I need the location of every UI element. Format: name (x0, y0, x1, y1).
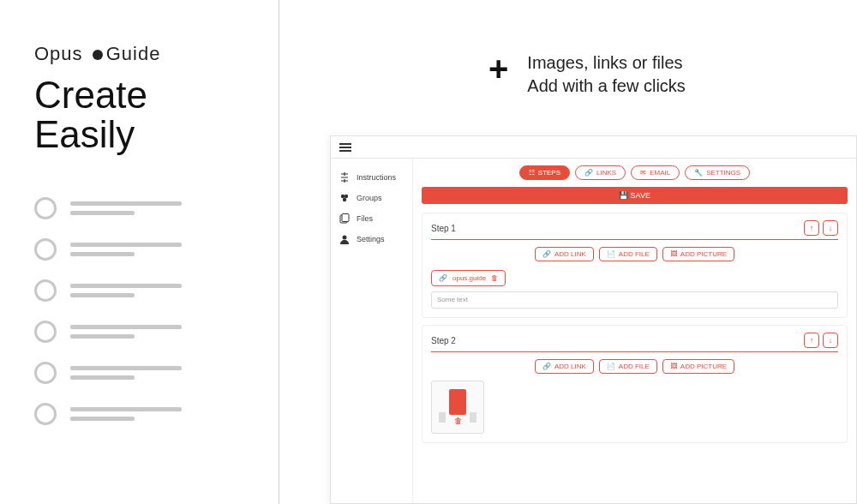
thumb-graphic (449, 389, 466, 415)
step-card-1: Step 1 ↑ ↓ 🔗ADD LINK 📄ADD FILE 🖼ADD PICT… (422, 213, 848, 318)
tab-label: SETTINGS (706, 169, 740, 177)
tab-steps[interactable]: ☷ STEPS (519, 165, 570, 180)
svg-point-1 (345, 195, 348, 198)
tab-label: LINKS (596, 169, 616, 177)
sidebar-item-settings[interactable]: Settings (331, 229, 412, 249)
save-button[interactable]: 💾 SAVE (422, 187, 848, 204)
brand-part-a: Opus (34, 43, 83, 64)
sidebar-item-files[interactable]: Files (331, 208, 412, 229)
app-sidebar: Instructions Groups Files Settings (331, 159, 413, 503)
add-file-button[interactable]: 📄ADD FILE (599, 247, 657, 261)
sidebar-label: Instructions (357, 173, 396, 182)
tab-email[interactable]: ✉ EMAIL (631, 165, 680, 180)
sidebar-label: Settings (357, 235, 385, 243)
user-icon (339, 234, 350, 244)
trash-icon[interactable]: 🗑 (454, 417, 462, 425)
move-up-button[interactable]: ↑ (804, 220, 819, 236)
add-link-button[interactable]: 🔗ADD LINK (535, 247, 594, 261)
tab-label: EMAIL (650, 169, 670, 177)
link-icon: 🔗 (439, 274, 447, 282)
headline: Create Easily (34, 75, 244, 154)
arrow-up-icon: ↑ (810, 336, 814, 345)
app-content: ☷ STEPS 🔗 LINKS ✉ EMAIL 🔧 SETTINGS 💾 (413, 159, 856, 503)
skeleton-list (34, 197, 244, 425)
vertical-divider (279, 0, 279, 504)
picture-icon: 🖼 (670, 250, 677, 258)
add-picture-button[interactable]: 🖼ADD PICTURE (662, 247, 734, 261)
skeleton-row (34, 321, 244, 343)
skeleton-circle-icon (34, 279, 57, 302)
link-icon: 🔗 (542, 250, 551, 258)
arrow-up-icon: ↑ (810, 224, 814, 232)
btn-label: ADD PICTURE (680, 250, 727, 258)
skeleton-circle-icon (34, 238, 57, 261)
svg-rect-4 (342, 214, 349, 222)
move-up-button[interactable]: ↑ (804, 333, 819, 348)
svg-point-2 (343, 198, 346, 201)
thumb-graphic (439, 412, 446, 423)
svg-point-5 (343, 236, 347, 240)
headline-line-1: Create (34, 75, 244, 115)
chip-label: opus.guide (452, 274, 486, 282)
move-down-button[interactable]: ↓ (823, 220, 838, 236)
sidebar-label: Files (357, 214, 373, 223)
step-card-2: Step 2 ↑ ↓ 🔗ADD LINK 📄ADD FILE 🖼ADD PICT… (422, 325, 848, 443)
arrow-down-icon: ↓ (829, 224, 833, 232)
skeleton-row (34, 362, 244, 384)
sidebar-item-instructions[interactable]: Instructions (331, 167, 412, 188)
link-chip[interactable]: 🔗 opus.guide 🗑 (431, 270, 506, 286)
save-icon: 💾 (619, 191, 628, 200)
marketing-panel: Opus Guide Create Easily (0, 0, 279, 504)
add-file-button[interactable]: 📄ADD FILE (599, 359, 657, 374)
link-icon: 🔗 (542, 363, 551, 370)
skeleton-row (34, 238, 244, 261)
feature-line-2: Add with a few clicks (527, 75, 686, 98)
brand-part-b: Guide (106, 43, 161, 64)
app-window: Instructions Groups Files Settings ☷ STE… (330, 135, 857, 504)
brand-logo: Opus Guide (34, 43, 244, 65)
groups-icon (339, 193, 350, 203)
btn-label: ADD LINK (554, 363, 586, 370)
link-icon: 🔗 (584, 169, 593, 177)
arrow-down-icon: ↓ (829, 336, 833, 345)
feature-text: Images, links or files Add with a few cl… (527, 51, 686, 98)
feature-callout: + Images, links or files Add with a few … (488, 51, 686, 98)
instructions-icon (339, 172, 350, 183)
skeleton-circle-icon (34, 362, 57, 384)
svg-point-0 (341, 195, 345, 198)
image-thumbnail[interactable]: 🗑 (431, 381, 484, 434)
add-picture-button[interactable]: 🖼ADD PICTURE (662, 359, 734, 374)
thumb-graphic (470, 412, 476, 423)
sidebar-label: Groups (357, 194, 382, 202)
menu-icon[interactable] (339, 143, 351, 152)
step-title: Step 2 (431, 336, 456, 345)
feature-line-1: Images, links or files (527, 51, 686, 75)
skeleton-row (34, 197, 244, 219)
skeleton-circle-icon (34, 321, 57, 343)
wrench-icon: 🔧 (694, 169, 703, 177)
btn-label: ADD FILE (619, 363, 650, 370)
step-text-input[interactable]: Some text (431, 291, 838, 309)
step-divider (431, 351, 838, 352)
add-link-button[interactable]: 🔗ADD LINK (535, 359, 594, 374)
step-title: Step 1 (431, 224, 456, 233)
file-icon: 📄 (607, 363, 615, 370)
files-icon (339, 213, 350, 224)
skeleton-circle-icon (34, 197, 57, 219)
tab-row: ☷ STEPS 🔗 LINKS ✉ EMAIL 🔧 SETTINGS (422, 165, 848, 180)
tab-links[interactable]: 🔗 LINKS (575, 165, 626, 180)
sidebar-item-groups[interactable]: Groups (331, 188, 412, 208)
move-down-button[interactable]: ↓ (823, 333, 838, 348)
brand-dot-icon (93, 50, 103, 60)
tab-settings[interactable]: 🔧 SETTINGS (685, 165, 750, 180)
btn-label: ADD PICTURE (680, 363, 727, 370)
skeleton-row (34, 279, 244, 302)
save-label: SAVE (631, 191, 650, 200)
tab-label: STEPS (538, 169, 560, 177)
headline-line-2: Easily (34, 115, 244, 154)
file-icon: 📄 (607, 250, 615, 258)
skeleton-row (34, 403, 244, 425)
trash-icon[interactable]: 🗑 (491, 274, 498, 282)
btn-label: ADD LINK (554, 250, 586, 258)
email-icon: ✉ (640, 169, 646, 177)
